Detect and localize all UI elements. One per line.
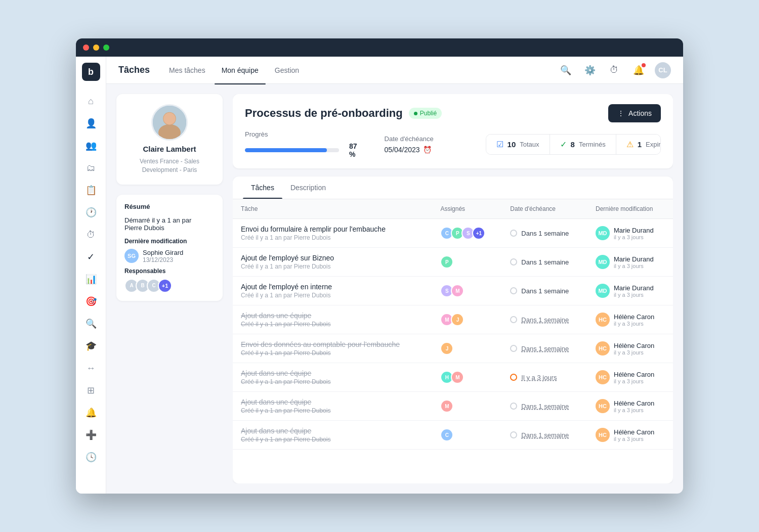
tab-description[interactable]: Description: [282, 176, 334, 199]
table-row[interactable]: Ajout dans une équipeCréé il y a 1 an pa…: [233, 363, 673, 392]
responsables-avatars: A B C +1: [124, 279, 215, 293]
close-dot[interactable]: [83, 45, 89, 51]
minimize-dot[interactable]: [93, 45, 99, 51]
responsable-avatar-plus: +1: [158, 279, 172, 293]
svg-point-3: [163, 113, 176, 125]
modifier-name: Marie Durand: [614, 255, 654, 263]
tab-mon-equipe[interactable]: Mon équipe: [215, 63, 266, 77]
profile-card: Claire Lambert Ventes France - Sales Dev…: [116, 94, 223, 185]
stat-done: ✓ 8 Terminés: [550, 135, 616, 154]
assignee-avatar: M: [440, 400, 453, 413]
process-title-row: Processus de pré-onboarding Publié ⋮ Act…: [245, 104, 661, 122]
modifier-info: Marie Durandil y a 3 jours: [614, 284, 654, 298]
task-created: Créé il y a 1 an par Pierre Dubois: [241, 234, 424, 241]
sidebar-item-grad[interactable]: 🎓: [81, 336, 101, 356]
modifier-date: il y a 3 jours: [614, 234, 654, 240]
left-panel: Claire Lambert Ventes France - Sales Dev…: [116, 94, 223, 483]
status-badge: Publié: [409, 108, 442, 119]
modifier-name: Marie Durand: [614, 227, 654, 234]
task-created: Créé il y a 1 an par Pierre Dubois: [241, 378, 424, 385]
check-box-icon: ☑: [496, 140, 503, 149]
content-area: Claire Lambert Ventes France - Sales Dev…: [106, 84, 683, 494]
assignees-cell: C: [432, 421, 502, 450]
tasks-panel: Tâches Description Tâche Assignés Date d…: [233, 176, 673, 483]
modifier-info: Hélène Caronil y a 3 jours: [614, 400, 654, 413]
sidebar-item-table[interactable]: ⊞: [81, 380, 101, 401]
modifier-info: Hélène Caronil y a 3 jours: [614, 342, 654, 356]
clock-icon[interactable]: ⏱: [606, 62, 622, 78]
task-cell: Ajout dans une équipeCréé il y a 1 an pa…: [233, 392, 432, 421]
sidebar-item-chart[interactable]: 📊: [81, 269, 101, 289]
stat-expired: ⚠ 1 Expiré: [616, 135, 661, 154]
due-value: 05/04/2023 ⏰: [385, 146, 466, 154]
progress-label: Progrès: [245, 130, 364, 138]
sidebar-item-transfer[interactable]: ↔: [81, 358, 101, 378]
table-row[interactable]: Envoi du formulaire à remplir pour l'emb…: [233, 219, 673, 248]
table-row[interactable]: Ajout dans une équipeCréé il y a 1 an pa…: [233, 421, 673, 450]
table-row[interactable]: Ajout de l'employé sur BizneoCréé il y a…: [233, 248, 673, 277]
table-row[interactable]: Ajout de l'employé en interneCréé il y a…: [233, 277, 673, 305]
modifier-avatar: HC: [596, 313, 610, 327]
due-date-cell: Dans 1 semaine: [502, 421, 587, 450]
sidebar-item-clock[interactable]: 🕐: [81, 202, 101, 223]
assignees-cell: SM: [432, 277, 502, 305]
notification-icon[interactable]: 🔔: [630, 62, 647, 78]
task-cell: Ajout dans une équipeCréé il y a 1 an pa…: [233, 421, 432, 450]
modifier-date: il y a 3 jours: [614, 378, 654, 384]
sidebar-item-tasks[interactable]: ✓: [81, 247, 101, 267]
tasks-table: Tâche Assignés Date d'échéance Dernière …: [233, 199, 673, 483]
modifier-avatar: SG: [124, 249, 139, 263]
sidebar-item-target[interactable]: 🎯: [81, 291, 101, 312]
topbar-nav: Mes tâches Mon équipe Gestion: [162, 63, 558, 77]
due-indicator: [510, 287, 517, 294]
sidebar-item-home[interactable]: ⌂: [81, 91, 101, 111]
modifier-avatar: HC: [596, 428, 610, 442]
settings-icon[interactable]: ⚙️: [582, 62, 598, 78]
sidebar-item-org[interactable]: 🗂: [81, 158, 101, 178]
modifier-name: Marie Durand: [614, 284, 654, 292]
status-dot: [414, 112, 417, 115]
stat-total: ☑ 10 Totaux: [486, 135, 550, 154]
sidebar-item-alert[interactable]: 🔔: [81, 403, 101, 423]
tab-gestion[interactable]: Gestion: [268, 63, 306, 77]
sidebar-item-doc[interactable]: 📋: [81, 180, 101, 200]
search-icon[interactable]: 🔍: [558, 62, 574, 78]
modifier-info: Sophie Girard 13/12/2023: [143, 249, 183, 263]
profile-subtitle: Ventes France - Sales Development - Pari…: [140, 157, 199, 174]
responsables-label: Responsables: [124, 268, 215, 275]
table-header-row: Tâche Assignés Date d'échéance Dernière …: [233, 199, 673, 219]
col-assignes: Assignés: [432, 199, 502, 219]
modifier-cell: MDMarie Durandil y a 3 jours: [587, 277, 673, 305]
table-row[interactable]: Ajout dans une équipeCréé il y a 1 an pa…: [233, 305, 673, 334]
user-avatar[interactable]: CL: [655, 62, 671, 78]
progress-percent: 87 %: [349, 142, 364, 158]
actions-button[interactable]: ⋮ Actions: [608, 104, 661, 122]
summary-title: Résumé: [124, 203, 215, 210]
table-row[interactable]: Envoi des données au comptable pour l'em…: [233, 334, 673, 363]
table-row[interactable]: Ajout dans une équipeCréé il y a 1 an pa…: [233, 392, 673, 421]
due-text: Dans 1 semaine: [521, 230, 569, 237]
sidebar-item-search[interactable]: 🔍: [81, 314, 101, 334]
due-indicator: [510, 230, 517, 237]
assignee-avatar: P: [440, 255, 453, 269]
sidebar-item-team[interactable]: 👥: [81, 136, 101, 156]
sidebar-item-history[interactable]: 🕓: [81, 447, 101, 467]
progress-bar-wrap: [245, 148, 339, 152]
sidebar-item-person[interactable]: 👤: [81, 113, 101, 134]
logo: b: [82, 63, 100, 81]
due-text: Dans 1 semaine: [521, 316, 569, 324]
tab-mes-taches[interactable]: Mes tâches: [162, 63, 213, 77]
sidebar-item-adduser[interactable]: ➕: [81, 425, 101, 445]
modifier-name: Hélène Caron: [614, 428, 654, 436]
modifier-name: Sophie Girard: [143, 249, 183, 256]
sidebar-item-time2[interactable]: ⏱: [81, 225, 101, 245]
due-indicator: [510, 316, 517, 323]
table-body: Envoi du formulaire à remplir pour l'emb…: [233, 219, 673, 450]
modifier-name: Hélène Caron: [614, 342, 654, 349]
started-row: Démarré il y a 1 an par Pierre Dubois: [124, 216, 215, 232]
due-clock-icon: ⏰: [423, 146, 432, 154]
modifier-date: il y a 3 jours: [614, 407, 654, 413]
maximize-dot[interactable]: [103, 45, 109, 51]
tab-taches[interactable]: Tâches: [243, 176, 282, 199]
task-name: Envoi du formulaire à remplir pour l'emb…: [241, 225, 424, 233]
